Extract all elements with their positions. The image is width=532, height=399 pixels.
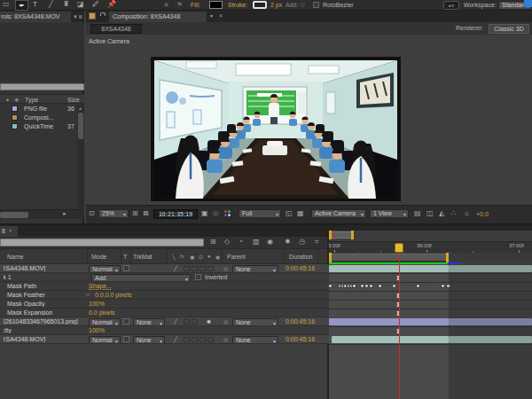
size-column-header[interactable]: Size	[67, 97, 80, 103]
graph-editor-icon[interactable]: ≈	[315, 238, 318, 246]
property-value[interactable]: 100%	[89, 327, 105, 333]
layer-bar-outside[interactable]	[449, 265, 532, 272]
clone-stamp-tool-icon[interactable]: ♜	[63, 0, 69, 9]
switch-box[interactable]	[192, 266, 198, 271]
composition-tab[interactable]: Composition: 8XSA4348	[109, 12, 207, 22]
parent-column-header[interactable]: Parent	[227, 254, 246, 260]
switch-box[interactable]	[207, 266, 214, 271]
property-value[interactable]: Shape...	[89, 283, 112, 289]
close-icon[interactable]: ×	[219, 12, 223, 19]
label-swatch[interactable]	[12, 114, 18, 121]
layer-bar-outside[interactable]	[449, 336, 532, 343]
scroll-thumb[interactable]	[78, 113, 83, 139]
label-swatch[interactable]	[12, 106, 18, 112]
switch-box[interactable]	[192, 337, 198, 342]
always-preview-icon[interactable]: ⊡	[89, 209, 95, 218]
type-tool-icon[interactable]: T	[33, 0, 37, 9]
navigator-thumb[interactable]	[329, 231, 353, 239]
project-vscrollbar[interactable]: ▲ ▼	[77, 105, 84, 216]
layer-bar-outside[interactable]	[449, 318, 532, 325]
layer-row[interactable]: [26104833467965013.png] Normal▼ None▼ ╱ …	[0, 317, 329, 326]
t-column-header[interactable]: T	[123, 254, 127, 260]
pen-tool-icon[interactable]: ✒	[15, 0, 28, 11]
comp-nav-button[interactable]: 8XSA4348	[90, 24, 142, 34]
duration-value[interactable]: 0:00:45:16	[286, 265, 315, 271]
layer-bar[interactable]	[332, 336, 449, 343]
work-area-end-bracket[interactable]	[446, 253, 449, 262]
quality-switch[interactable]: ╱	[174, 336, 177, 342]
trkmat-dropdown[interactable]: None▼	[133, 336, 165, 344]
preserve-transparency-checkbox[interactable]	[123, 265, 129, 271]
scroll-up-icon[interactable]: ▲	[78, 106, 82, 111]
switch-box[interactable]	[207, 337, 214, 342]
current-time-indicator-head[interactable]	[395, 243, 403, 253]
type-column-header[interactable]: Type	[25, 97, 38, 103]
parent-pickwhip-icon[interactable]: ◎	[223, 265, 228, 271]
view-layout-dropdown[interactable]: 1 View▼	[370, 209, 409, 218]
mask-mode-dropdown[interactable]: Add▼	[91, 274, 191, 282]
project-hscrollbar[interactable]: ►	[0, 209, 84, 219]
constrain-link-icon[interactable]: ∞	[86, 292, 90, 297]
rectangle-tool-icon[interactable]: ▭	[3, 0, 10, 9]
navigator-end-bracket[interactable]	[351, 231, 354, 239]
switch-box[interactable]	[200, 337, 206, 342]
property-row[interactable]: Mask Expansion 0.0 pixels	[0, 309, 329, 317]
scroll-thumb[interactable]	[0, 212, 28, 218]
preserve-transparency-checkbox[interactable]	[123, 318, 129, 325]
panel-menu-icon[interactable]: ▼≣	[73, 13, 82, 20]
switch-box[interactable]	[184, 337, 190, 342]
resolution-dropdown[interactable]: Full▼	[239, 209, 281, 218]
safe-zones-icon[interactable]: ⊠	[143, 209, 149, 218]
timecode-display[interactable]: 10:21:35:19	[153, 209, 198, 219]
property-row[interactable]: Mask Feather ∞ 0.0,0.0 pixels	[0, 291, 329, 300]
quality-switch[interactable]: ╱	[174, 265, 177, 271]
close-icon[interactable]: ×	[9, 228, 12, 233]
list-item[interactable]: QuickTime 37	[0, 122, 76, 131]
layer-bar[interactable]	[329, 318, 449, 325]
property-value[interactable]: 0.0,0.0 pixels	[95, 292, 131, 298]
stroke-color-swatch[interactable]	[253, 1, 267, 9]
zoom-region-icon[interactable]: ⊞	[132, 209, 138, 218]
stroke-width-value[interactable]: 2 px	[270, 2, 282, 8]
timeline-search-field[interactable]	[0, 239, 204, 246]
preserve-transparency-checkbox[interactable]	[123, 336, 129, 342]
draft-3d-icon[interactable]: ◇	[224, 238, 230, 246]
cs-live-icon[interactable]: ●≋	[443, 1, 459, 10]
switch-box[interactable]	[184, 266, 190, 271]
name-column-header[interactable]: Name	[7, 254, 24, 260]
mode-column-header[interactable]: Mode	[91, 254, 107, 260]
parent-dropdown[interactable]: None▼	[232, 318, 278, 326]
layer-name[interactable]: [8XSA4348.MOV]	[4, 336, 45, 342]
mask-name[interactable]: Mask 1	[4, 274, 12, 280]
hide-shy-layers-icon[interactable]: ◔	[239, 238, 243, 246]
work-area-start-bracket[interactable]	[329, 253, 332, 262]
label-swatch[interactable]	[12, 123, 18, 129]
list-item[interactable]: Composi...	[0, 113, 76, 122]
region-of-interest-icon[interactable]: ◱	[286, 209, 293, 218]
auto-keyframe-icon[interactable]: ◷	[299, 238, 305, 246]
duration-column-header[interactable]: Duration	[289, 254, 312, 260]
renderer-button[interactable]: Classic 3D	[489, 24, 529, 34]
puppet-pin-tool-icon[interactable]: 📌	[107, 0, 116, 9]
layer-row[interactable]: [8XSA4348.MOV] Normal▼ ╱ ◎ None▼ 0:00:45…	[0, 264, 329, 273]
show-channels-icon[interactable]	[224, 210, 233, 218]
property-row[interactable]: Mask Path Shape...	[0, 282, 329, 291]
work-area-bar[interactable]	[329, 254, 449, 262]
eraser-tool-icon[interactable]: ◪	[77, 0, 84, 9]
mask-inverted-checkbox[interactable]	[195, 274, 201, 280]
blend-mode-dropdown[interactable]: Normal▼	[89, 336, 121, 344]
navigator-start-bracket[interactable]	[329, 231, 332, 239]
list-item[interactable]: PNG file 36	[0, 105, 76, 113]
brush-tool-icon[interactable]: ╱	[49, 0, 53, 9]
rotobezier-checkbox[interactable]	[313, 2, 319, 8]
parent-pickwhip-icon[interactable]: ◎	[223, 318, 228, 325]
parent-pickwhip-icon[interactable]: ◎	[223, 336, 228, 342]
grid-guides-icon[interactable]: ▤	[414, 209, 421, 218]
show-snapshot-icon[interactable]: ◍	[213, 209, 219, 218]
switch-box[interactable]	[184, 319, 190, 325]
duration-value[interactable]: 0:00:45:16	[286, 336, 315, 342]
mask-group-row[interactable]: Mask 1 Add▼ Inverted	[0, 273, 329, 282]
switch-box[interactable]	[200, 266, 206, 271]
motion-blur-switch[interactable]: ✱	[207, 318, 211, 325]
fill-color-swatch[interactable]	[209, 1, 223, 9]
